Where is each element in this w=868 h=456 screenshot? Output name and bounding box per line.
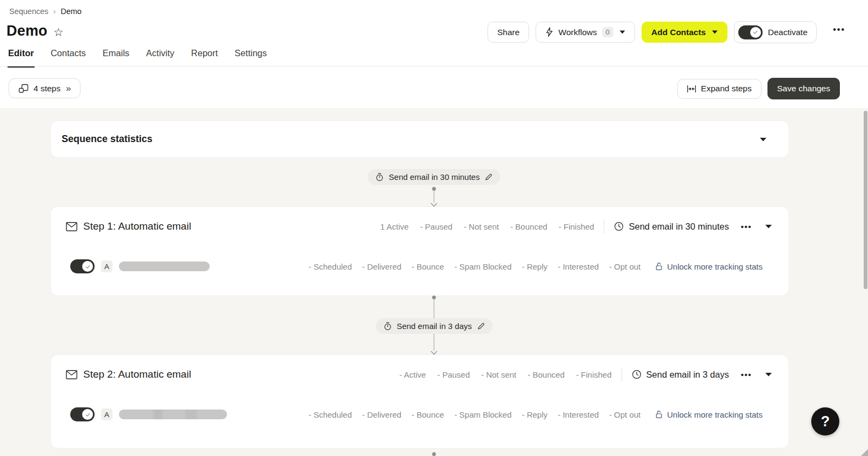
unlock-tracking-link[interactable]: Unlock more tracking stats — [655, 410, 763, 419]
stat-spam-blocked: - Spam Blocked — [455, 410, 512, 419]
tab-settings[interactable]: Settings — [234, 48, 268, 68]
stat-active: - Active — [399, 370, 426, 379]
email-enabled-toggle[interactable] — [70, 259, 95, 273]
clock-icon — [632, 370, 642, 379]
step-2-card: Step 2: Automatic email - Active - Pause… — [51, 355, 789, 448]
step-title: Step 1: Automatic email — [83, 220, 191, 232]
chevron-down-icon[interactable] — [765, 224, 772, 229]
more-options-icon[interactable]: ••• — [741, 370, 752, 379]
active-toggle[interactable] — [738, 25, 763, 39]
step-delay-label: Send email in 30 minutes — [629, 222, 729, 232]
chevron-down-icon[interactable] — [765, 372, 772, 377]
add-contacts-button[interactable]: Add Contacts — [642, 22, 727, 43]
email-subject-redacted[interactable] — [119, 410, 227, 419]
divider — [604, 219, 604, 233]
pencil-icon[interactable] — [485, 173, 493, 181]
stat-opt-out: - Opt out — [609, 410, 640, 419]
chevron-down-icon[interactable] — [759, 137, 767, 142]
favorite-star-icon[interactable]: ☆ — [54, 26, 64, 38]
unlock-tracking-label: Unlock more tracking stats — [667, 410, 763, 419]
tracking-stats: - Scheduled - Delivered - Bounce - Spam … — [309, 262, 640, 271]
email-subject-redacted[interactable] — [119, 261, 210, 271]
step-1-card: Step 1: Automatic email 1 Active - Pause… — [51, 207, 789, 296]
workflows-label: Workflows — [558, 28, 597, 37]
deactivate-control[interactable]: Deactivate — [734, 21, 817, 43]
step-1-header: Step 1: Automatic email 1 Active - Pause… — [66, 219, 772, 234]
lock-icon — [655, 410, 663, 419]
vertical-scrollbar[interactable] — [864, 111, 867, 289]
stat-bounce: - Bounce — [412, 262, 444, 271]
steps-count-button[interactable]: 4 steps » — [9, 78, 81, 98]
sequence-statistics-card[interactable]: Sequence statistics — [51, 121, 789, 157]
toggle-knob — [82, 261, 93, 272]
workflows-button[interactable]: Workflows 0 — [536, 22, 635, 43]
help-button[interactable]: ? — [811, 407, 839, 435]
tab-emails[interactable]: Emails — [102, 48, 130, 68]
breadcrumb-separator: › — [54, 7, 56, 16]
tab-report[interactable]: Report — [191, 48, 219, 68]
chevron-down-icon — [619, 30, 625, 34]
title-row: Demo ☆ — [6, 23, 64, 39]
step-title: Step 2: Automatic email — [83, 368, 191, 380]
lock-icon — [655, 262, 663, 271]
page-title: Demo — [6, 23, 48, 39]
stat-not-sent: - Not sent — [464, 222, 499, 231]
stat-not-sent: - Not sent — [481, 370, 516, 379]
step-header-stats: 1 Active - Paused - Not sent - Bounced -… — [380, 222, 595, 231]
stat-active: 1 Active — [380, 222, 409, 231]
breadcrumb-sequences-link[interactable]: Sequences — [9, 7, 49, 16]
unlock-tracking-link[interactable]: Unlock more tracking stats — [655, 262, 763, 271]
step-1-email-row: A - Scheduled - Delivered - Bounce - Spa… — [70, 258, 763, 274]
sequence-canvas: Sequence statistics Send email in 30 min… — [0, 108, 868, 456]
tabs-divider — [0, 66, 868, 66]
lightning-icon — [545, 27, 553, 37]
tab-contacts[interactable]: Contacts — [50, 48, 86, 68]
expand-steps-icon — [687, 85, 696, 93]
expand-steps-button[interactable]: Expand steps — [677, 79, 762, 99]
resize-corner-icon — [861, 449, 868, 456]
stat-paused: - Paused — [420, 222, 452, 231]
step-delay[interactable]: Send email in 30 minutes — [614, 222, 729, 232]
arrow-down-icon — [431, 203, 438, 207]
step-header-stats: - Active - Paused - Not sent - Bounced -… — [399, 370, 612, 379]
sequence-editor-page: Sequences › Demo Demo ☆ Share Workflows … — [0, 0, 868, 456]
connector-line — [434, 191, 435, 203]
toggle-knob — [82, 409, 93, 420]
email-enabled-toggle[interactable] — [70, 407, 95, 421]
pencil-icon[interactable] — [477, 322, 485, 330]
sequence-statistics-title: Sequence statistics — [62, 133, 152, 145]
step-delay-label: Send email in 3 days — [646, 370, 729, 380]
more-options-icon[interactable]: ••• — [741, 222, 752, 231]
tab-editor[interactable]: Editor — [8, 48, 35, 68]
tab-activity[interactable]: Activity — [145, 48, 175, 68]
share-label: Share — [497, 28, 519, 37]
unlock-tracking-label: Unlock more tracking stats — [667, 262, 763, 271]
stat-reply: - Reply — [522, 410, 548, 419]
stat-scheduled: - Scheduled — [309, 410, 352, 419]
step-2-header: Step 2: Automatic email - Active - Pause… — [66, 367, 772, 382]
email-icon — [66, 222, 77, 231]
step-connector — [431, 187, 438, 207]
toggle-knob — [750, 27, 761, 38]
delay-pill-step-1[interactable]: Send email in 30 minutes — [368, 169, 500, 185]
tab-bar: Editor Contacts Emails Activity Report S… — [8, 48, 268, 68]
share-button[interactable]: Share — [488, 22, 529, 43]
header-actions: Share Workflows 0 Add Contacts Dea — [488, 21, 817, 43]
save-changes-button[interactable]: Save changes — [767, 78, 840, 99]
breadcrumb-current[interactable]: Demo — [61, 7, 82, 16]
variant-badge: A — [101, 408, 112, 420]
delay-pill-step-2[interactable]: Send email in 3 days — [376, 318, 492, 334]
stat-bounced: - Bounced — [510, 222, 547, 231]
save-changes-label: Save changes — [777, 84, 830, 93]
stat-interested: - Interested — [558, 262, 599, 271]
stat-scheduled: - Scheduled — [309, 262, 352, 271]
stat-delivered: - Delivered — [362, 262, 402, 271]
step-delay[interactable]: Send email in 3 days — [632, 370, 729, 380]
delay-label: Send email in 3 days — [397, 321, 472, 331]
more-options-icon[interactable]: ••• — [833, 25, 845, 35]
stat-opt-out: - Opt out — [609, 262, 640, 271]
step-connector: Send email in 3 days — [431, 296, 438, 355]
stat-bounced: - Bounced — [528, 370, 564, 379]
tracking-stats: - Scheduled - Delivered - Bounce - Spam … — [309, 410, 640, 419]
clock-icon — [614, 222, 624, 231]
